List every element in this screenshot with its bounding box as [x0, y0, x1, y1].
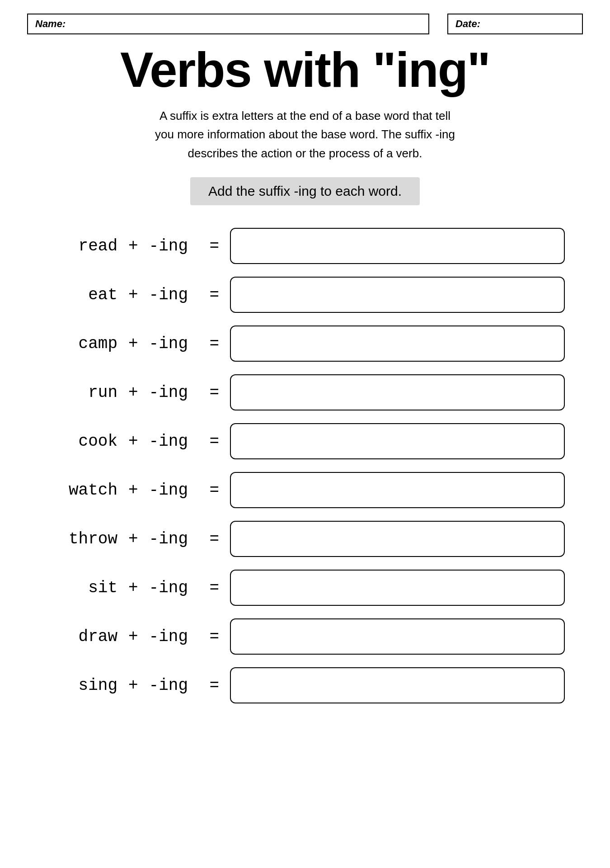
equals-sign: = [199, 530, 230, 548]
exercise-row: sit + -ing = [45, 570, 565, 606]
answer-box[interactable] [230, 228, 565, 264]
name-label: Name: [35, 18, 66, 29]
plus-operator: + [117, 432, 149, 451]
base-word: watch [45, 481, 117, 500]
base-word: draw [45, 627, 117, 646]
equals-sign: = [199, 481, 230, 500]
base-word: sing [45, 676, 117, 695]
description-line1: A suffix is extra letters at the end of … [160, 109, 450, 123]
answer-box[interactable] [230, 472, 565, 508]
answer-input[interactable] [231, 229, 564, 263]
description-line3: describes the action or the process of a… [188, 146, 422, 160]
date-label: Date: [455, 18, 480, 29]
answer-input[interactable] [231, 473, 564, 507]
answer-input[interactable] [231, 668, 564, 703]
answer-box[interactable] [230, 667, 565, 703]
answer-box[interactable] [230, 374, 565, 410]
description-line2: you more information about the base word… [155, 127, 455, 141]
suffix-label: -ing [149, 530, 199, 548]
plus-operator: + [117, 335, 149, 353]
equals-sign: = [199, 676, 230, 695]
name-field: Name: [27, 14, 429, 34]
answer-box[interactable] [230, 277, 565, 313]
equals-sign: = [199, 432, 230, 451]
base-word: read [45, 237, 117, 255]
answer-input[interactable] [231, 326, 564, 361]
exercise-row: throw + -ing = [45, 521, 565, 557]
base-word: sit [45, 579, 117, 597]
answer-input[interactable] [231, 375, 564, 410]
base-word: run [45, 383, 117, 402]
plus-operator: + [117, 237, 149, 255]
answer-box[interactable] [230, 423, 565, 459]
description: A suffix is extra letters at the end of … [27, 107, 583, 163]
page-title: Verbs with "ing" [27, 43, 583, 96]
suffix-label: -ing [149, 286, 199, 304]
suffix-label: -ing [149, 237, 199, 255]
exercise-row: sing + -ing = [45, 667, 565, 703]
exercise-row: draw + -ing = [45, 618, 565, 655]
instruction-box: Add the suffix -ing to each word. [190, 177, 420, 205]
base-word: throw [45, 530, 117, 548]
answer-box[interactable] [230, 618, 565, 655]
equals-sign: = [199, 383, 230, 402]
exercise-row: read + -ing = [45, 228, 565, 264]
equals-sign: = [199, 627, 230, 646]
date-field: Date: [447, 14, 583, 34]
equals-sign: = [199, 237, 230, 255]
exercises-container: read + -ing = eat + -ing = camp + -ing =… [27, 228, 583, 703]
answer-input[interactable] [231, 619, 564, 654]
answer-input[interactable] [231, 278, 564, 312]
answer-box[interactable] [230, 326, 565, 362]
answer-input[interactable] [231, 571, 564, 605]
equals-sign: = [199, 579, 230, 597]
base-word: camp [45, 335, 117, 353]
suffix-label: -ing [149, 432, 199, 451]
plus-operator: + [117, 286, 149, 304]
exercise-row: run + -ing = [45, 374, 565, 410]
answer-box[interactable] [230, 521, 565, 557]
plus-operator: + [117, 676, 149, 695]
suffix-label: -ing [149, 383, 199, 402]
suffix-label: -ing [149, 481, 199, 500]
suffix-label: -ing [149, 676, 199, 695]
header-row: Name: Date: [27, 14, 583, 34]
plus-operator: + [117, 579, 149, 597]
plus-operator: + [117, 481, 149, 500]
exercise-row: cook + -ing = [45, 423, 565, 459]
plus-operator: + [117, 530, 149, 548]
equals-sign: = [199, 335, 230, 353]
suffix-label: -ing [149, 579, 199, 597]
base-word: cook [45, 432, 117, 451]
exercise-row: camp + -ing = [45, 326, 565, 362]
answer-input[interactable] [231, 424, 564, 458]
suffix-label: -ing [149, 335, 199, 353]
equals-sign: = [199, 286, 230, 304]
plus-operator: + [117, 627, 149, 646]
base-word: eat [45, 286, 117, 304]
answer-input[interactable] [231, 522, 564, 556]
answer-box[interactable] [230, 570, 565, 606]
plus-operator: + [117, 383, 149, 402]
suffix-label: -ing [149, 627, 199, 646]
exercise-row: eat + -ing = [45, 277, 565, 313]
exercise-row: watch + -ing = [45, 472, 565, 508]
